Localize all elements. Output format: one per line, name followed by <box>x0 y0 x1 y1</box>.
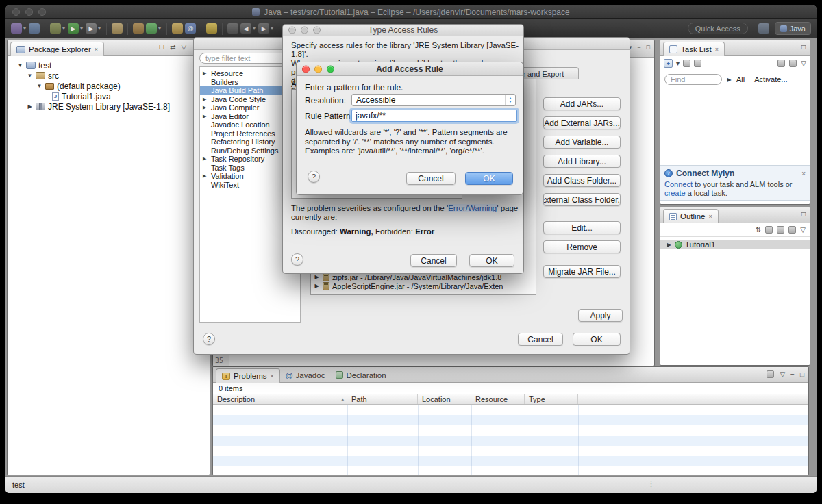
problems-table-body[interactable] <box>213 405 808 475</box>
collapse-icon[interactable]: ▶ <box>27 103 33 110</box>
close-dialog-icon[interactable] <box>288 27 296 34</box>
hide-fields-icon[interactable] <box>765 226 773 234</box>
new-task-icon[interactable]: + <box>664 59 673 68</box>
jar-entry[interactable]: ▶ AppleScriptEngine.jar - /System/Librar… <box>314 281 503 290</box>
java-perspective-button[interactable]: Java <box>775 22 811 35</box>
external-tools-icon[interactable]: ▶ <box>86 23 97 34</box>
new-package-icon[interactable] <box>133 23 144 34</box>
dismiss-mylyn-icon[interactable]: × <box>801 170 806 177</box>
hide-static-members-icon[interactable] <box>777 226 784 234</box>
back-menu-icon[interactable]: ▾ <box>253 25 256 32</box>
properties-cancel-button[interactable]: Cancel <box>518 333 563 346</box>
search-icon[interactable] <box>206 23 217 34</box>
tree-item-project[interactable]: ▼ test <box>8 60 210 71</box>
minimize-window-icon[interactable] <box>25 8 33 16</box>
tab-package-explorer[interactable]: Package Explorer × <box>10 42 104 56</box>
column-resource[interactable]: Resource <box>471 394 525 404</box>
help-button[interactable]: ? <box>203 333 215 345</box>
expand-icon[interactable]: ▶ <box>314 283 320 289</box>
activate-button[interactable]: Activate... <box>754 75 787 84</box>
add-jars-button[interactable]: Add JARs... <box>543 97 621 110</box>
new-wizard-icon[interactable] <box>11 23 22 34</box>
quick-access-button[interactable]: Quick Access <box>688 23 748 34</box>
maximize-icon[interactable]: □ <box>801 44 806 51</box>
maximize-icon[interactable]: □ <box>801 211 806 218</box>
add-rule-cancel-button[interactable]: Cancel <box>406 172 456 185</box>
expand-icon[interactable]: ▼ <box>27 73 33 79</box>
tab-javadoc[interactable]: @ Javadoc <box>280 368 331 382</box>
minimize-icon[interactable]: − <box>792 44 796 51</box>
synchronize-icon[interactable] <box>789 60 797 67</box>
tab-outline[interactable]: Outline × <box>663 209 719 223</box>
close-tab-icon[interactable]: × <box>708 213 712 220</box>
minimize-icon[interactable]: − <box>792 211 796 218</box>
forward-icon[interactable]: ▶ <box>258 23 269 34</box>
column-description[interactable]: Description ▴ <box>213 394 347 404</box>
hide-completed-icon[interactable] <box>777 60 785 67</box>
tab-declaration[interactable]: Declaration <box>330 368 391 382</box>
outline-view-menu-icon[interactable]: ▽ <box>800 227 806 234</box>
add-rule-ok-button[interactable]: OK <box>465 172 513 185</box>
debug-menu-icon[interactable]: ▾ <box>62 25 65 32</box>
column-type[interactable]: Type <box>525 394 578 404</box>
run-icon[interactable]: ▶ <box>68 23 79 34</box>
resolution-select[interactable]: Accessible ▴ ▾ <box>351 94 516 106</box>
add-external-jars-button[interactable]: Add External JARs... <box>543 116 621 129</box>
filter-icon[interactable] <box>767 370 774 378</box>
run-menu-icon[interactable]: ▾ <box>80 25 83 32</box>
minimize-dialog-icon[interactable] <box>301 27 308 34</box>
new-wizard-menu-icon[interactable]: ▾ <box>23 25 26 32</box>
expand-icon[interactable]: ▶ <box>666 242 672 248</box>
sort-icon[interactable]: ⇅ <box>756 227 761 234</box>
properties-ok-button[interactable]: OK <box>573 333 621 346</box>
zoom-dialog-icon[interactable] <box>313 27 321 34</box>
categorize-icon[interactable] <box>683 60 690 67</box>
scope-menu-icon[interactable]: ▶ <box>726 77 732 83</box>
expand-icon[interactable]: ▼ <box>17 62 23 68</box>
rule-pattern-input[interactable] <box>351 110 517 122</box>
new-class-menu-icon[interactable]: ▾ <box>158 25 161 32</box>
problems-view-menu-icon[interactable]: ▽ <box>780 371 785 378</box>
task-list-view-menu-icon[interactable]: ▽ <box>801 60 806 67</box>
type-access-rules-cancel-button[interactable]: Cancel <box>410 254 457 267</box>
close-tab-icon[interactable]: × <box>95 46 98 53</box>
jar-export-icon[interactable] <box>172 23 183 34</box>
migrate-jar-button[interactable]: Migrate JAR File... <box>543 265 621 278</box>
close-dialog-icon[interactable] <box>302 65 310 73</box>
expand-icon[interactable]: ▶ <box>314 274 320 280</box>
forward-menu-icon[interactable]: ▾ <box>271 25 273 32</box>
back-icon[interactable]: ◀ <box>240 23 251 34</box>
close-tab-icon[interactable]: × <box>715 46 719 53</box>
add-library-button[interactable]: Add Library... <box>543 155 621 168</box>
javadoc-wizard-icon[interactable]: @ <box>185 23 196 34</box>
focus-icon[interactable] <box>694 60 701 67</box>
edit-button[interactable]: Edit... <box>543 221 621 234</box>
add-external-class-folder-button[interactable]: External Class Folder... <box>543 193 621 206</box>
mylyn-connect-link[interactable]: Connect <box>664 180 693 188</box>
collapse-all-icon[interactable]: ⊟ <box>159 44 164 51</box>
outline-item-tutorial1[interactable]: ▶ Tutorial1 <box>660 240 810 249</box>
new-class-icon[interactable] <box>146 23 157 34</box>
minimize-dialog-icon[interactable] <box>314 65 322 73</box>
zoom-window-icon[interactable] <box>38 8 46 16</box>
tree-item-default-package[interactable]: ▼ (default package) <box>8 81 210 91</box>
add-variable-button[interactable]: Add Variable... <box>543 136 621 149</box>
help-button[interactable]: ? <box>291 253 303 266</box>
type-access-rules-ok-button[interactable]: OK <box>469 254 514 267</box>
find-input[interactable] <box>664 74 722 85</box>
mylyn-create-link[interactable]: create <box>664 189 686 197</box>
tree-item-tutorial1[interactable]: J Tutorial1.java <box>8 91 210 101</box>
column-location[interactable]: Location <box>418 394 471 404</box>
editor-maximize-icon[interactable]: □ <box>647 45 650 51</box>
open-perspective-icon[interactable] <box>758 23 769 34</box>
new-java-project-icon[interactable] <box>112 23 123 34</box>
tree-item-jre-library[interactable]: ▶ JRE System Library [JavaSE-1.8] <box>8 101 210 112</box>
help-button[interactable]: ? <box>308 171 320 183</box>
expand-icon[interactable]: ▼ <box>36 83 42 89</box>
close-window-icon[interactable] <box>12 8 20 16</box>
external-tools-menu-icon[interactable]: ▾ <box>98 25 101 32</box>
apply-button[interactable]: Apply <box>578 309 623 322</box>
maximize-icon[interactable]: □ <box>800 371 804 378</box>
status-gripper[interactable]: ⋮ <box>647 479 655 488</box>
link-with-editor-icon[interactable]: ⇄ <box>170 44 175 51</box>
